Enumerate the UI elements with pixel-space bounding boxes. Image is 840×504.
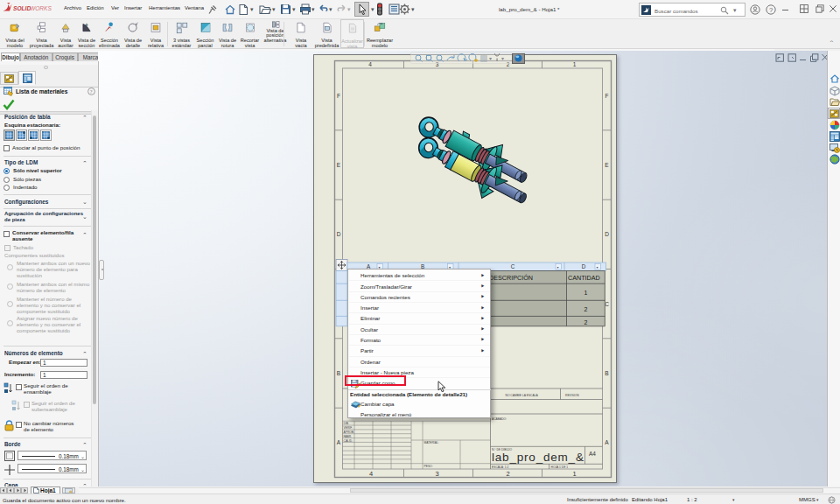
svg-text:VERIF.: VERIF.: [344, 426, 353, 430]
svg-text:D: D: [337, 231, 341, 237]
svg-text:▾: ▾: [489, 56, 492, 61]
svg-text:NO CAMBIE LA ESCALA: NO CAMBIE LA ESCALA: [506, 394, 539, 397]
svg-text:CANTIDAD: CANTIDAD: [568, 274, 600, 282]
svg-text:CALID.: CALID.: [344, 439, 354, 443]
svg-text:lab_pro_dem_&: lab_pro_dem_&: [492, 451, 584, 464]
svg-text:1: 1: [584, 290, 588, 296]
svg-text:MATERIAL:: MATERIAL:: [424, 441, 439, 444]
svg-text:3: 3: [435, 470, 438, 478]
svg-text:2: 2: [584, 319, 588, 326]
svg-text:D: D: [605, 231, 609, 237]
svg-text:2: 2: [584, 306, 588, 312]
svg-text:E: E: [337, 162, 341, 168]
svg-text:FABR.: FABR.: [344, 435, 353, 438]
svg-text:A: A: [337, 439, 341, 445]
svg-text:B: B: [605, 370, 608, 376]
svg-text:▾: ▾: [557, 265, 559, 270]
svg-text:PESO:: PESO:: [424, 465, 433, 468]
svg-text:A: A: [605, 439, 609, 445]
svg-text:1: 1: [573, 61, 577, 67]
svg-text:DIB.: DIB.: [344, 422, 349, 425]
svg-text:C: C: [605, 301, 609, 307]
svg-text:1: 1: [572, 470, 576, 478]
svg-text:APROB.: APROB.: [344, 430, 355, 434]
svg-text:D: D: [582, 263, 586, 270]
svg-text:E: E: [605, 162, 609, 168]
svg-text:DESCRIPCIÓN: DESCRIPCIÓN: [489, 274, 533, 282]
svg-text:4: 4: [368, 61, 372, 67]
svg-text:?: ?: [769, 6, 774, 14]
svg-text:SOLID: SOLID: [13, 5, 31, 11]
svg-text:HOJA 1 DE 1: HOJA 1 DE 1: [551, 466, 569, 469]
svg-text:WORKS: WORKS: [30, 5, 52, 11]
svg-text:ESCALA: 1:2: ESCALA: 1:2: [492, 466, 509, 469]
svg-text:F: F: [606, 93, 609, 99]
svg-text:F: F: [337, 93, 340, 99]
svg-text:REVISION: REVISION: [565, 394, 579, 397]
svg-text:C: C: [511, 263, 515, 270]
svg-text:▾: ▾: [501, 56, 504, 61]
svg-text:ACABADO:: ACABADO:: [492, 417, 507, 421]
svg-text:2: 2: [506, 470, 509, 478]
svg-text:A4: A4: [589, 451, 596, 457]
svg-text:?: ?: [89, 89, 92, 94]
svg-text:B: B: [337, 370, 340, 376]
svg-text:4: 4: [369, 470, 373, 478]
svg-text:▾: ▾: [597, 265, 598, 270]
